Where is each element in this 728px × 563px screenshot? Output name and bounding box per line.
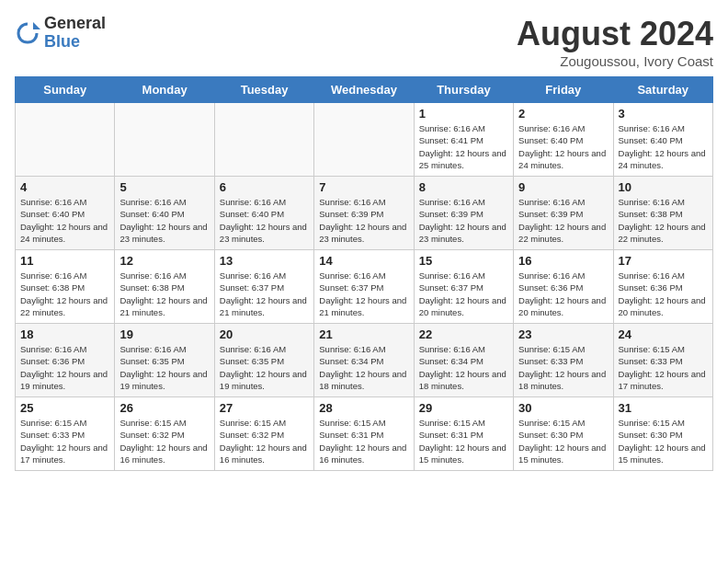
calendar-cell: 5Sunrise: 6:16 AM Sunset: 6:40 PM Daylig…	[115, 177, 214, 250]
day-info: Sunrise: 6:16 AM Sunset: 6:40 PM Dayligh…	[20, 196, 109, 245]
calendar-cell: 17Sunrise: 6:16 AM Sunset: 6:36 PM Dayli…	[613, 250, 712, 324]
day-number: 30	[518, 401, 608, 415]
calendar-cell: 15Sunrise: 6:16 AM Sunset: 6:37 PM Dayli…	[414, 250, 513, 324]
day-number: 5	[119, 180, 209, 194]
header-tuesday: Tuesday	[214, 77, 313, 103]
day-number: 12	[119, 254, 209, 268]
day-number: 9	[518, 180, 608, 194]
day-info: Sunrise: 6:16 AM Sunset: 6:38 PM Dayligh…	[20, 270, 109, 318]
day-info: Sunrise: 6:16 AM Sunset: 6:36 PM Dayligh…	[619, 270, 708, 318]
calendar-cell	[214, 103, 313, 177]
day-info: Sunrise: 6:16 AM Sunset: 6:38 PM Dayligh…	[119, 270, 209, 318]
calendar-week-4: 18Sunrise: 6:16 AM Sunset: 6:36 PM Dayli…	[16, 324, 713, 397]
calendar-cell: 19Sunrise: 6:16 AM Sunset: 6:35 PM Dayli…	[115, 324, 214, 397]
day-info: Sunrise: 6:16 AM Sunset: 6:35 PM Dayligh…	[220, 343, 309, 392]
day-number: 23	[518, 327, 608, 341]
calendar-cell: 3Sunrise: 6:16 AM Sunset: 6:40 PM Daylig…	[613, 103, 712, 177]
calendar-cell: 4Sunrise: 6:16 AM Sunset: 6:40 PM Daylig…	[16, 177, 115, 250]
day-info: Sunrise: 6:15 AM Sunset: 6:31 PM Dayligh…	[319, 417, 408, 465]
calendar-cell: 28Sunrise: 6:15 AM Sunset: 6:31 PM Dayli…	[314, 397, 414, 471]
header-saturday: Saturday	[613, 77, 712, 103]
header-friday: Friday	[514, 77, 613, 103]
day-number: 26	[119, 401, 209, 415]
calendar-subtitle: Zougoussou, Ivory Coast	[517, 53, 713, 69]
calendar-cell: 11Sunrise: 6:16 AM Sunset: 6:38 PM Dayli…	[16, 250, 115, 324]
day-number: 15	[419, 254, 508, 268]
header: General Blue August 2024 Zougoussou, Ivo…	[15, 15, 713, 69]
calendar-week-1: 1Sunrise: 6:16 AM Sunset: 6:41 PM Daylig…	[16, 103, 713, 177]
day-number: 11	[20, 254, 109, 268]
day-number: 21	[319, 327, 408, 341]
day-info: Sunrise: 6:16 AM Sunset: 6:40 PM Dayligh…	[619, 122, 708, 171]
calendar-cell: 31Sunrise: 6:15 AM Sunset: 6:30 PM Dayli…	[613, 397, 712, 471]
day-info: Sunrise: 6:16 AM Sunset: 6:37 PM Dayligh…	[419, 270, 508, 318]
day-number: 22	[419, 327, 508, 341]
calendar-title: August 2024	[517, 15, 713, 53]
calendar-week-2: 4Sunrise: 6:16 AM Sunset: 6:40 PM Daylig…	[16, 177, 713, 250]
calendar-cell: 2Sunrise: 6:16 AM Sunset: 6:40 PM Daylig…	[514, 103, 613, 177]
day-info: Sunrise: 6:15 AM Sunset: 6:33 PM Dayligh…	[518, 343, 608, 392]
day-info: Sunrise: 6:16 AM Sunset: 6:37 PM Dayligh…	[319, 270, 408, 318]
day-number: 31	[619, 401, 708, 415]
calendar-table: Sunday Monday Tuesday Wednesday Thursday…	[15, 76, 713, 471]
day-info: Sunrise: 6:16 AM Sunset: 6:34 PM Dayligh…	[419, 343, 508, 392]
calendar-cell: 10Sunrise: 6:16 AM Sunset: 6:38 PM Dayli…	[613, 177, 712, 250]
day-number: 19	[119, 327, 209, 341]
day-number: 18	[20, 327, 109, 341]
calendar-cell	[115, 103, 214, 177]
calendar-cell: 14Sunrise: 6:16 AM Sunset: 6:37 PM Dayli…	[314, 250, 414, 324]
logo: General Blue	[15, 15, 106, 52]
logo-text: General Blue	[44, 15, 106, 52]
calendar-cell: 8Sunrise: 6:16 AM Sunset: 6:39 PM Daylig…	[414, 177, 513, 250]
calendar-cell: 21Sunrise: 6:16 AM Sunset: 6:34 PM Dayli…	[314, 324, 414, 397]
day-number: 16	[518, 254, 608, 268]
calendar-cell: 6Sunrise: 6:16 AM Sunset: 6:40 PM Daylig…	[214, 177, 313, 250]
calendar-cell: 9Sunrise: 6:16 AM Sunset: 6:39 PM Daylig…	[514, 177, 613, 250]
calendar-cell: 23Sunrise: 6:15 AM Sunset: 6:33 PM Dayli…	[514, 324, 613, 397]
calendar-cell: 12Sunrise: 6:16 AM Sunset: 6:38 PM Dayli…	[115, 250, 214, 324]
day-info: Sunrise: 6:16 AM Sunset: 6:38 PM Dayligh…	[619, 196, 708, 245]
day-number: 14	[319, 254, 408, 268]
calendar-cell: 24Sunrise: 6:15 AM Sunset: 6:33 PM Dayli…	[613, 324, 712, 397]
header-wednesday: Wednesday	[314, 77, 414, 103]
day-info: Sunrise: 6:15 AM Sunset: 6:31 PM Dayligh…	[419, 417, 508, 465]
day-info: Sunrise: 6:15 AM Sunset: 6:33 PM Dayligh…	[20, 417, 109, 465]
day-number: 3	[619, 107, 708, 121]
day-number: 29	[419, 401, 508, 415]
day-info: Sunrise: 6:16 AM Sunset: 6:39 PM Dayligh…	[319, 196, 408, 245]
calendar-cell	[314, 103, 414, 177]
header-sunday: Sunday	[16, 77, 115, 103]
day-info: Sunrise: 6:16 AM Sunset: 6:40 PM Dayligh…	[518, 122, 608, 171]
logo-icon	[15, 20, 40, 46]
svg-marker-0	[33, 22, 40, 29]
day-info: Sunrise: 6:16 AM Sunset: 6:36 PM Dayligh…	[20, 343, 109, 392]
day-info: Sunrise: 6:15 AM Sunset: 6:33 PM Dayligh…	[619, 343, 708, 392]
day-number: 17	[619, 254, 708, 268]
day-number: 2	[518, 107, 608, 121]
day-info: Sunrise: 6:16 AM Sunset: 6:41 PM Dayligh…	[419, 122, 508, 171]
day-number: 7	[319, 180, 408, 194]
calendar-cell: 25Sunrise: 6:15 AM Sunset: 6:33 PM Dayli…	[16, 397, 115, 471]
calendar-cell: 13Sunrise: 6:16 AM Sunset: 6:37 PM Dayli…	[214, 250, 313, 324]
day-header-row: Sunday Monday Tuesday Wednesday Thursday…	[16, 77, 713, 103]
calendar-cell: 7Sunrise: 6:16 AM Sunset: 6:39 PM Daylig…	[314, 177, 414, 250]
calendar-cell: 16Sunrise: 6:16 AM Sunset: 6:36 PM Dayli…	[514, 250, 613, 324]
day-info: Sunrise: 6:16 AM Sunset: 6:40 PM Dayligh…	[220, 196, 309, 245]
calendar-cell: 1Sunrise: 6:16 AM Sunset: 6:41 PM Daylig…	[414, 103, 513, 177]
day-info: Sunrise: 6:16 AM Sunset: 6:34 PM Dayligh…	[319, 343, 408, 392]
day-info: Sunrise: 6:15 AM Sunset: 6:32 PM Dayligh…	[119, 417, 209, 465]
day-info: Sunrise: 6:16 AM Sunset: 6:35 PM Dayligh…	[119, 343, 209, 392]
header-thursday: Thursday	[414, 77, 513, 103]
day-number: 13	[220, 254, 309, 268]
day-number: 8	[419, 180, 508, 194]
day-info: Sunrise: 6:16 AM Sunset: 6:40 PM Dayligh…	[119, 196, 209, 245]
calendar-cell: 26Sunrise: 6:15 AM Sunset: 6:32 PM Dayli…	[115, 397, 214, 471]
calendar-cell: 18Sunrise: 6:16 AM Sunset: 6:36 PM Dayli…	[16, 324, 115, 397]
calendar-week-3: 11Sunrise: 6:16 AM Sunset: 6:38 PM Dayli…	[16, 250, 713, 324]
day-info: Sunrise: 6:16 AM Sunset: 6:36 PM Dayligh…	[518, 270, 608, 318]
day-number: 24	[619, 327, 708, 341]
title-area: August 2024 Zougoussou, Ivory Coast	[517, 15, 713, 69]
day-number: 10	[619, 180, 708, 194]
day-info: Sunrise: 6:15 AM Sunset: 6:30 PM Dayligh…	[518, 417, 608, 465]
calendar-cell: 22Sunrise: 6:16 AM Sunset: 6:34 PM Dayli…	[414, 324, 513, 397]
